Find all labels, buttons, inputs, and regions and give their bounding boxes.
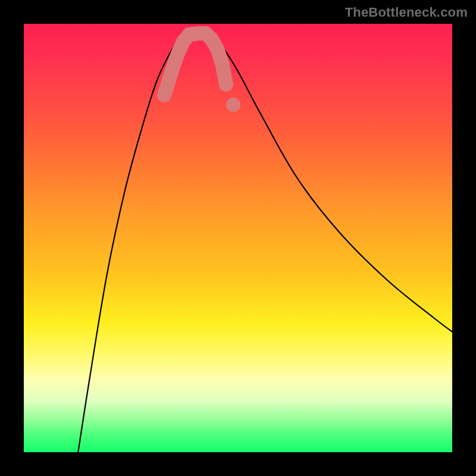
marker-extra-dots [226, 98, 240, 112]
curve-right [208, 29, 452, 336]
plot-area [24, 24, 452, 452]
curve-left [74, 29, 190, 452]
watermark-text: TheBottleneck.com [345, 5, 468, 20]
chart-stage: TheBottleneck.com [0, 0, 476, 476]
bottleneck-markers [164, 33, 226, 95]
plot-svg [24, 24, 452, 452]
marker-dot [226, 98, 240, 112]
